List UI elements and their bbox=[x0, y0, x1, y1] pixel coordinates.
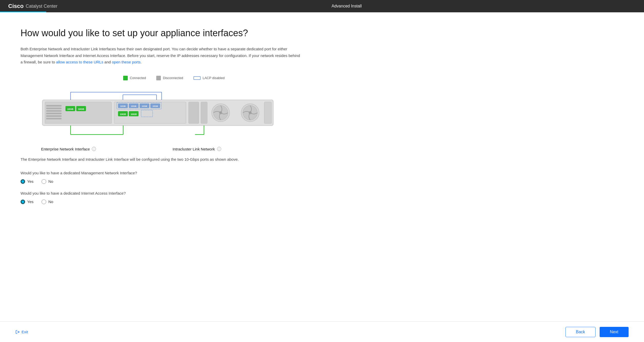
description-text-2: and bbox=[103, 60, 112, 64]
svg-text:10GB: 10GB bbox=[131, 105, 136, 107]
exit-icon bbox=[15, 330, 20, 334]
question2-label: Would you like to have a dedicated Inter… bbox=[21, 191, 544, 195]
product-name: Catalyst Center bbox=[26, 4, 57, 9]
question1-section: Would you like to have a dedicated Manag… bbox=[21, 171, 544, 184]
question2-radio-group: Yes No bbox=[21, 200, 544, 204]
question2-section: Would you like to have a dedicated Inter… bbox=[21, 191, 544, 204]
svg-text:10GB: 10GB bbox=[120, 105, 126, 107]
page-heading: How would you like to set up your applia… bbox=[21, 28, 544, 39]
lacp-label: LACP disabled bbox=[203, 76, 225, 80]
question1-no-radio[interactable] bbox=[42, 179, 46, 184]
svg-rect-2 bbox=[46, 105, 62, 107]
lacp-color-indicator bbox=[193, 76, 201, 80]
intracluster-interface-label: Intracluster Link Network i bbox=[173, 147, 221, 151]
svg-rect-27 bbox=[189, 102, 199, 124]
svg-rect-35 bbox=[264, 102, 271, 124]
svg-rect-4 bbox=[46, 110, 62, 112]
main-content: How would you like to set up your applia… bbox=[0, 12, 564, 242]
question2-yes-label: Yes bbox=[27, 200, 33, 204]
enterprise-info-icon[interactable]: i bbox=[92, 147, 96, 151]
question2-yes-radio[interactable] bbox=[21, 200, 25, 204]
question1-label: Would you like to have a dedicated Manag… bbox=[21, 171, 544, 175]
legend-disconnected: Disconnected bbox=[156, 76, 183, 80]
question1-yes-radio[interactable] bbox=[21, 179, 25, 184]
question2-no-option[interactable]: No bbox=[42, 200, 53, 204]
legend-lacp: LACP disabled bbox=[193, 76, 225, 80]
question1-no-option[interactable]: No bbox=[42, 179, 53, 184]
config-description: The Enterprise Network Interface and Int… bbox=[21, 156, 277, 163]
interface-labels: Enterprise Network Interface i Intraclus… bbox=[41, 147, 298, 151]
exit-button[interactable]: Exit bbox=[15, 330, 28, 334]
intracluster-label-text: Intracluster Link Network bbox=[173, 147, 215, 151]
diagram-svg: 10GB 10GB 10GB 10GB 10GB 10GB 10GB 10GB bbox=[21, 84, 303, 144]
connected-label: Connected bbox=[130, 76, 146, 80]
appliance-diagram: 10GB 10GB 10GB 10GB 10GB 10GB 10GB 10GB bbox=[21, 84, 303, 144]
question1-radio-group: Yes No bbox=[21, 179, 544, 184]
question1-no-label: No bbox=[48, 179, 53, 184]
footer-actions: Back Next bbox=[565, 327, 629, 337]
svg-text:10GB: 10GB bbox=[67, 108, 73, 110]
back-button[interactable]: Back bbox=[565, 327, 596, 337]
svg-text:10GB: 10GB bbox=[131, 113, 137, 116]
footer: Exit Back Next bbox=[0, 321, 644, 342]
svg-text:10GB: 10GB bbox=[120, 113, 126, 116]
next-button[interactable]: Next bbox=[600, 327, 629, 337]
question1-yes-option[interactable]: Yes bbox=[21, 179, 33, 184]
enterprise-interface-label: Enterprise Network Interface i bbox=[41, 147, 96, 151]
description-text-3: . bbox=[141, 60, 142, 64]
enterprise-label-text: Enterprise Network Interface bbox=[41, 147, 90, 151]
question2-no-radio[interactable] bbox=[42, 200, 46, 204]
page-description: Both Enterprise Network and Intracluster… bbox=[21, 46, 303, 65]
svg-text:10GB: 10GB bbox=[153, 105, 158, 107]
svg-rect-6 bbox=[46, 115, 62, 117]
svg-rect-28 bbox=[201, 102, 207, 124]
allow-access-link[interactable]: allow access to these URLs bbox=[56, 60, 103, 64]
question1-yes-label: Yes bbox=[27, 179, 33, 184]
svg-text:10GB: 10GB bbox=[142, 105, 147, 107]
svg-rect-3 bbox=[46, 108, 62, 109]
header-logo: Cisco Catalyst Center bbox=[8, 3, 57, 10]
connected-color-indicator bbox=[123, 76, 128, 80]
question2-no-label: No bbox=[48, 200, 53, 204]
intracluster-info-icon[interactable]: i bbox=[217, 147, 221, 151]
legend-connected: Connected bbox=[123, 76, 146, 80]
diagram-legend: Connected Disconnected LACP disabled bbox=[123, 76, 544, 80]
question2-yes-option[interactable]: Yes bbox=[21, 200, 33, 204]
svg-rect-7 bbox=[46, 118, 62, 119]
exit-label: Exit bbox=[22, 330, 28, 334]
open-ports-link[interactable]: open these ports bbox=[112, 60, 141, 64]
header-title: Advanced Install bbox=[331, 4, 362, 8]
header: Cisco Catalyst Center Advanced Install bbox=[0, 0, 644, 12]
disconnected-label: Disconnected bbox=[163, 76, 183, 80]
svg-text:10GB: 10GB bbox=[78, 108, 84, 110]
svg-rect-5 bbox=[46, 113, 62, 114]
disconnected-color-indicator bbox=[156, 76, 161, 80]
cisco-logo-text: Cisco bbox=[8, 3, 24, 10]
